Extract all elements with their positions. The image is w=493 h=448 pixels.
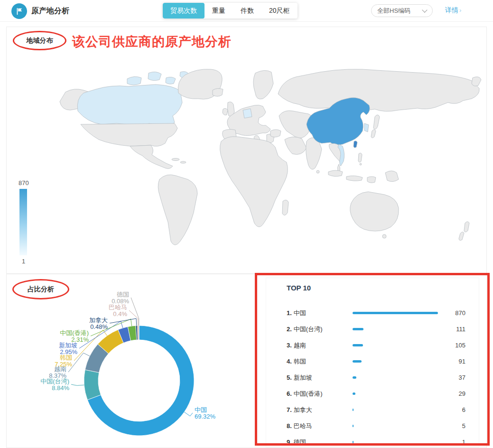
map-country-south-korea[interactable] (364, 123, 369, 132)
top10-value: 1 (462, 439, 465, 446)
top10-rank: 4. (287, 358, 292, 365)
top10-value: 870 (455, 309, 465, 317)
metric-tab-group: 贸易次数重量件数20尺柜 (163, 3, 298, 19)
map-region-new-zealand (464, 222, 469, 232)
map-region-japan (371, 130, 376, 138)
top10-row-新加坡[interactable]: 5.新加坡37 (287, 373, 465, 383)
hs-code-dropdown[interactable]: 全部HS编码 (371, 4, 433, 17)
top10-country-name: 中国(香港) (294, 390, 323, 397)
page-title: 原产地分析 (31, 6, 69, 16)
top10-country-name: 加拿大 (294, 406, 312, 413)
map-region-turkey (270, 130, 281, 137)
top10-value-bar (353, 344, 363, 346)
top10-country-name: 德国 (294, 439, 306, 446)
top10-value: 91 (459, 358, 465, 365)
top10-value-bar (353, 360, 362, 363)
donut-label-加拿大: 加拿大0.48% (89, 317, 108, 330)
donut-label-越南: 越南8.37% (49, 366, 66, 379)
map-region-philippines (360, 163, 362, 165)
top10-value: 111 (456, 326, 465, 333)
top10-row-越南[interactable]: 3.越南105 (287, 341, 465, 350)
map-region-ireland (223, 108, 228, 115)
share-badge-annotation: 占比分析 (12, 279, 69, 299)
top10-row-中国(香港)[interactable]: 6.中国(香港)29 (287, 389, 465, 399)
hs-code-dropdown-value: 全部HS编码 (377, 7, 410, 15)
top10-country-name: 巴哈马 (294, 422, 312, 429)
map-region-russia (278, 69, 479, 112)
tab-重量[interactable]: 重量 (205, 3, 233, 19)
chevron-down-icon (422, 7, 427, 12)
flag-logo-icon (11, 3, 27, 19)
chevron-right-icon: › (459, 7, 461, 14)
top10-rank: 6. (287, 390, 292, 397)
map-region-indonesia (346, 176, 363, 181)
top10-rank: 2. (287, 326, 292, 333)
map-country-taiwan[interactable] (353, 141, 357, 148)
donut-label-德国: 德国0.08% (112, 291, 129, 305)
top10-value-bar (353, 328, 363, 330)
map-region-south-america (158, 175, 197, 245)
tab-件数[interactable]: 件数 (233, 3, 261, 19)
donut-label-巴哈马: 巴哈马0.4% (109, 304, 127, 317)
top10-row-加拿大[interactable]: 7.加拿大6 (287, 405, 465, 415)
map-region-iceland (213, 88, 223, 96)
top10-value: 105 (455, 342, 465, 349)
map-country-canada[interactable] (77, 84, 182, 126)
donut-label-中国(台湾): 中国(台湾)8.84% (40, 378, 69, 392)
donut-label-韩国: 韩国7.25% (55, 355, 72, 368)
origin-analysis-page: { "header": { "title": "原产地分析", "tabs": … (0, 0, 493, 448)
top10-value: 5 (462, 422, 465, 429)
top10-value-bar (353, 312, 438, 314)
top10-country-name: 韩国 (294, 358, 306, 365)
donut-slice-德国[interactable] (139, 326, 139, 340)
map-region-caribbean (180, 161, 186, 163)
donut-label-中国(香港): 中国(香港)2.31% (60, 330, 89, 343)
donut-slice-中国(台湾)[interactable] (84, 370, 101, 400)
top10-value-bar (353, 392, 355, 395)
red-annotation-note: 该公司供应商的原产地分析 (72, 33, 232, 50)
share-badge-label: 占比分析 (28, 285, 54, 294)
top10-rank: 9. (287, 439, 292, 446)
top10-rank: 8. (287, 422, 292, 429)
map-region-caribbean (172, 159, 179, 161)
donut-label-新加坡: 新加坡2.95% (59, 342, 77, 355)
map-region-indonesia (367, 177, 376, 183)
map-region-africa (220, 137, 288, 227)
top10-rank: 5. (287, 374, 292, 381)
top10-country-name: 中国(台湾) (294, 326, 323, 333)
map-region-australia (350, 192, 399, 231)
map-region-new-guinea (385, 171, 399, 182)
top10-country-name: 中国 (294, 309, 306, 317)
top10-row-韩国[interactable]: 4.韩国91 (287, 357, 465, 366)
top10-row-德国[interactable]: 9.德国1 (287, 438, 465, 447)
top10-panel: TOP 10 1.中国8702.中国(台湾)1113.越南1054.韩国915.… (266, 278, 479, 448)
map-region-sri-lanka (316, 170, 319, 173)
colorbar-max-label: 870 (19, 179, 29, 187)
donut-label-中国: 中国69.32% (195, 407, 215, 420)
top10-row-巴哈马[interactable]: 8.巴哈马5 (287, 421, 465, 431)
tab-贸易次数[interactable]: 贸易次数 (163, 3, 205, 19)
map-region-philippines (358, 153, 362, 162)
top10-value-bar (353, 425, 353, 427)
top10-value-bar (353, 409, 353, 411)
map-region-tasmania (382, 234, 386, 238)
top10-rank: 1. (287, 309, 292, 317)
top10-title: TOP 10 (287, 284, 311, 292)
map-region-usa (81, 123, 177, 146)
colorbar-min-label: 1 (22, 258, 25, 265)
detail-link[interactable]: 详情› (445, 6, 461, 15)
top10-row-中国(台湾)[interactable]: 2.中国(台湾)111 (287, 325, 465, 334)
top10-row-中国[interactable]: 1.中国870 (287, 308, 465, 318)
header-bar: 原产地分析 贸易次数重量件数20尺柜 全部HS编码 详情› (0, 0, 493, 22)
world-choropleth-map[interactable] (56, 65, 485, 268)
donut-chart[interactable] (77, 319, 201, 442)
map-region-madagascar (282, 200, 288, 215)
map-region-arctic-islands (166, 77, 176, 84)
tab-20尺柜[interactable]: 20尺柜 (261, 3, 298, 19)
region-badge-annotation: 地域分布 (13, 31, 66, 50)
top10-rank: 3. (287, 342, 292, 349)
top10-value: 37 (459, 374, 465, 381)
map-country-germany[interactable] (243, 109, 252, 118)
map-region-arctic-islands (127, 76, 141, 85)
top10-rank: 7. (287, 406, 292, 413)
